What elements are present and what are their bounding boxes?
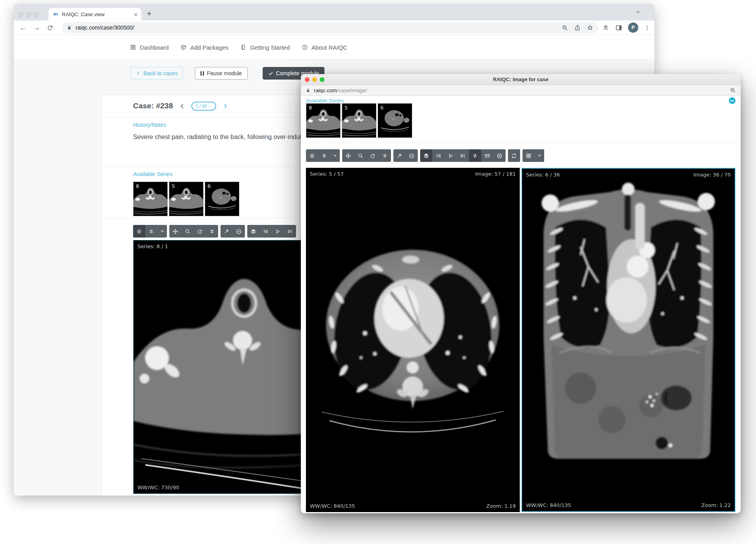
- play-cine-button[interactable]: [445, 149, 457, 162]
- magnifier-icon: [358, 153, 363, 159]
- nav-item-getting-started[interactable]: Getting Started: [240, 44, 290, 51]
- more-tools-button[interactable]: [158, 225, 167, 238]
- annotate-arrow-button[interactable]: [393, 149, 406, 162]
- profile-avatar[interactable]: P: [628, 22, 638, 33]
- arrow-up-right-icon: [224, 228, 230, 234]
- available-series-label: Available Series: [133, 171, 172, 177]
- series-thumbnail-8[interactable]: 8: [306, 103, 341, 138]
- minimize-window-button[interactable]: [312, 77, 317, 82]
- remove-annotation-button[interactable]: [406, 149, 418, 162]
- first-image-button[interactable]: [259, 225, 272, 238]
- tab-case-view[interactable]: RAIQC: Case view ×: [48, 8, 141, 20]
- dashboard-grid-icon: [130, 44, 136, 50]
- back-to-cases-button[interactable]: Back to cases: [130, 67, 183, 80]
- forward-icon[interactable]: →: [33, 24, 40, 32]
- zoom-tool-button[interactable]: [182, 225, 194, 238]
- popup-address-bar[interactable]: raiqc.com/case/image/: [301, 85, 741, 96]
- tab-close-icon[interactable]: ×: [134, 11, 137, 17]
- caret-down-icon: [537, 154, 541, 158]
- wwwc-tool-button[interactable]: [306, 149, 318, 162]
- minimize-window-button[interactable]: [26, 12, 31, 17]
- series-thumbnail-5[interactable]: 5: [169, 182, 204, 216]
- skip-first-icon: [435, 153, 441, 159]
- close-window-button[interactable]: [305, 77, 309, 82]
- caret-down-icon: [160, 229, 164, 233]
- zoom-tool-button[interactable]: [354, 149, 367, 162]
- sync-viewports-button[interactable]: [508, 149, 520, 162]
- nav-item-dashboard[interactable]: Dashboard: [130, 44, 169, 51]
- last-image-button[interactable]: [457, 149, 469, 162]
- bookmark-star-icon[interactable]: [587, 24, 593, 31]
- side-panel-icon[interactable]: [615, 24, 623, 32]
- skip-first-icon: [263, 228, 269, 234]
- rotate-icon: [370, 153, 376, 159]
- new-tab-button[interactable]: +: [147, 8, 152, 19]
- nav-item-about-raiqc[interactable]: About RAIQC: [302, 44, 347, 51]
- more-tools-button[interactable]: [330, 149, 340, 162]
- popup-window-title: RAIQC: Image for case: [493, 76, 548, 82]
- loop-tool-button[interactable]: [206, 225, 218, 238]
- popup-url-text[interactable]: raiqc.com/case/image/: [314, 87, 730, 93]
- zoom-out-icon[interactable]: [561, 24, 568, 31]
- image-overlay: Image: 36 / 70: [693, 172, 731, 178]
- window-traffic-lights[interactable]: [18, 12, 39, 17]
- module-actions: Back to cases Pause module Complete modu…: [130, 67, 324, 80]
- last-image-button[interactable]: [284, 225, 296, 238]
- first-image-button[interactable]: [432, 149, 445, 162]
- ct-axial-chest-image: [306, 168, 520, 512]
- next-case-chevron-icon[interactable]: [222, 103, 228, 109]
- browser-menu-kebab-icon[interactable]: [644, 24, 650, 31]
- case-pager-dropdown[interactable]: 1 / 18: [191, 102, 216, 111]
- collapse-series-icon[interactable]: [729, 97, 736, 104]
- layout-caret-button[interactable]: [535, 149, 544, 162]
- case-title: Case: #238: [133, 102, 173, 110]
- minus-circle-icon: [409, 153, 415, 159]
- loop-tool-button[interactable]: [379, 149, 391, 162]
- rotate-icon: [197, 228, 203, 234]
- close-window-button[interactable]: [18, 12, 23, 17]
- reload-icon[interactable]: [47, 24, 54, 31]
- share-icon[interactable]: [574, 24, 581, 31]
- layers-button[interactable]: [420, 149, 432, 162]
- maximize-window-button[interactable]: [320, 77, 324, 82]
- maximize-window-button[interactable]: [34, 12, 39, 17]
- browser-toolbar: ← → raiqc.com/case/300500/ P: [14, 20, 654, 35]
- popup-traffic-lights[interactable]: [305, 77, 324, 82]
- repeat-loop-button[interactable]: [469, 149, 481, 162]
- rotate-tool-button[interactable]: [194, 225, 206, 238]
- remove-annotation-button[interactable]: [233, 225, 245, 238]
- pause-module-button[interactable]: Pause module: [195, 67, 248, 80]
- invert-tool-button[interactable]: [318, 149, 330, 162]
- layers-icon: [250, 228, 256, 234]
- url-text[interactable]: raiqc.com/case/300500/: [76, 24, 561, 31]
- pan-tool-button[interactable]: [342, 149, 354, 162]
- tab-search-chevron-icon[interactable]: [635, 9, 641, 15]
- layout-grid-button[interactable]: [523, 149, 535, 162]
- series-thumbnail-5[interactable]: 5: [342, 103, 376, 138]
- viewport-coronal-series-6[interactable]: Series: 6 / 36 Image: 36 / 70 WW/WC: 840…: [521, 168, 736, 512]
- series-thumbnail-8[interactable]: 8: [133, 182, 168, 216]
- split-panel-button[interactable]: [481, 149, 493, 162]
- wwwc-tool-button[interactable]: [133, 225, 145, 238]
- popup-titlebar[interactable]: RAIQC: Image for case: [301, 74, 741, 85]
- sync-icon: [511, 153, 517, 159]
- nav-item-add-packages[interactable]: Add Packages: [180, 44, 228, 51]
- invert-tool-button[interactable]: [145, 225, 158, 238]
- layers-button[interactable]: [247, 225, 259, 238]
- annotate-arrow-button[interactable]: [220, 225, 233, 238]
- lock-icon: [306, 88, 311, 93]
- series-thumbnail-6[interactable]: 6: [378, 103, 412, 138]
- back-icon[interactable]: ←: [19, 24, 26, 32]
- viewport-axial-series-5[interactable]: Series: 5 / 57 Image: 57 / 181 WW/WC: 84…: [306, 168, 520, 512]
- rotate-tool-button[interactable]: [367, 149, 379, 162]
- previous-case-chevron-icon[interactable]: [179, 103, 185, 109]
- pan-tool-button[interactable]: [169, 225, 182, 238]
- address-bar[interactable]: raiqc.com/case/300500/: [62, 22, 598, 33]
- extensions-puzzle-icon[interactable]: [602, 24, 610, 32]
- zoom-out-icon[interactable]: [730, 87, 736, 93]
- play-cine-button[interactable]: [272, 225, 284, 238]
- series-thumbnail-6[interactable]: 6: [205, 182, 239, 216]
- reset-view-button[interactable]: [493, 149, 506, 162]
- chevron-down-icon: [208, 104, 212, 108]
- layers-icon: [423, 153, 429, 159]
